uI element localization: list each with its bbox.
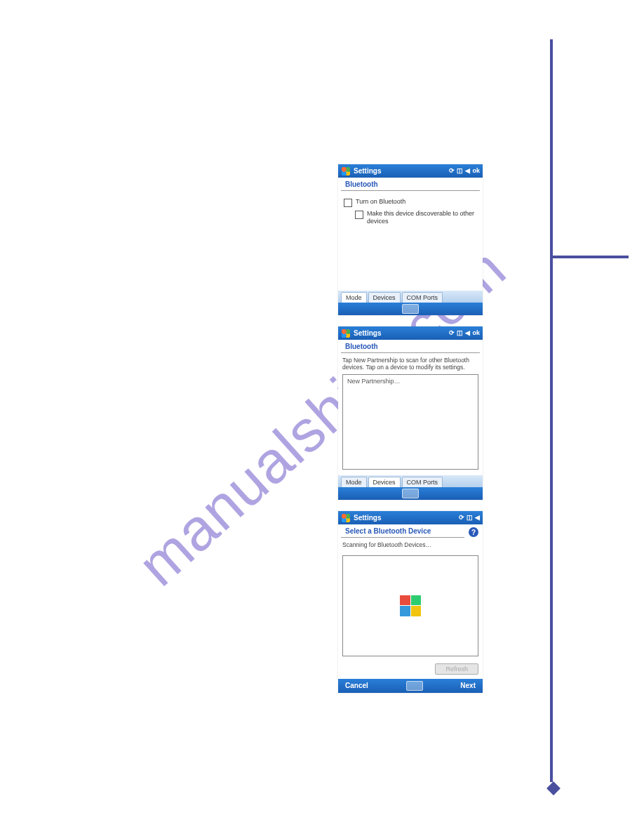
start-flag-icon: [341, 329, 351, 338]
volume-icon: ◀: [465, 168, 470, 174]
devices-listbox[interactable]: New Partnership…: [342, 374, 478, 470]
tab-row: Mode Devices COM Ports: [338, 291, 483, 303]
tab-mode[interactable]: Mode: [341, 477, 367, 487]
button-row: Refresh: [338, 661, 483, 679]
status-icons: ⟳ ◫ ◀ ok: [449, 168, 480, 174]
checkbox-icon[interactable]: [355, 211, 363, 219]
scanning-text: Scanning for Bluetooth Devices…: [338, 538, 483, 550]
keyboard-icon[interactable]: [402, 489, 419, 498]
status-icons: ⟳ ◫ ◀: [459, 515, 480, 521]
turn-on-bluetooth-row[interactable]: Turn on Bluetooth: [344, 198, 477, 207]
select-device-heading: Select a Bluetooth Device: [341, 524, 464, 538]
cancel-button[interactable]: Cancel: [345, 682, 368, 689]
volume-icon: ◀: [465, 330, 470, 336]
scan-results-box: [342, 555, 478, 656]
ok-button[interactable]: ok: [472, 330, 480, 336]
bottom-bar: [338, 487, 483, 500]
devices-instruction: Tap New Partnership to scan for other Bl…: [338, 353, 483, 373]
page-border-vertical-bottom: [550, 256, 553, 782]
page-footer-diamond: [546, 781, 561, 795]
titlebar-title: Settings: [354, 329, 449, 337]
select-device-screenshot: Settings ⟳ ◫ ◀ Select a Bluetooth Device…: [338, 511, 483, 692]
refresh-button: Refresh: [435, 663, 478, 675]
connectivity-icon: ◫: [457, 168, 463, 174]
turn-on-bluetooth-label: Turn on Bluetooth: [356, 198, 405, 206]
keyboard-icon[interactable]: [406, 681, 423, 691]
discoverable-label: Make this device discoverable to other d…: [367, 210, 477, 226]
next-button[interactable]: Next: [460, 682, 476, 689]
discoverable-row[interactable]: Make this device discoverable to other d…: [344, 210, 477, 226]
help-icon[interactable]: ?: [469, 527, 478, 537]
windows-logo-icon: [400, 595, 421, 616]
titlebar-title: Settings: [354, 167, 449, 175]
tab-com-ports[interactable]: COM Ports: [402, 292, 443, 303]
bluetooth-devices-screenshot: Settings ⟳ ◫ ◀ ok Bluetooth Tap New Part…: [338, 326, 483, 500]
status-icons: ⟳ ◫ ◀ ok: [449, 330, 480, 336]
tab-mode[interactable]: Mode: [341, 292, 367, 303]
titlebar: Settings ⟳ ◫ ◀ ok: [338, 326, 483, 340]
bluetooth-heading: Bluetooth: [341, 178, 480, 191]
new-partnership-item[interactable]: New Partnership…: [347, 378, 401, 385]
bluetooth-heading: Bluetooth: [341, 340, 480, 353]
connectivity-icon: ◫: [467, 515, 473, 521]
tab-com-ports[interactable]: COM Ports: [402, 477, 443, 487]
titlebar: Settings ⟳ ◫ ◀ ok: [338, 164, 483, 178]
connectivity-icon: ◫: [457, 330, 463, 336]
start-flag-icon: [341, 166, 351, 176]
titlebar: Settings ⟳ ◫ ◀: [338, 511, 483, 524]
ok-button[interactable]: ok: [472, 168, 480, 174]
page-border-horizontal: [551, 256, 629, 258]
bottom-bar: [338, 303, 483, 315]
start-flag-icon: [341, 513, 351, 523]
checkbox-icon[interactable]: [344, 199, 352, 207]
tab-devices[interactable]: Devices: [368, 477, 401, 487]
command-bar: Cancel Next: [338, 679, 483, 693]
keyboard-icon[interactable]: [402, 304, 419, 314]
sync-icon: ⟳: [449, 168, 455, 174]
sync-icon: ⟳: [459, 515, 464, 521]
tab-devices[interactable]: Devices: [368, 292, 401, 303]
sync-icon: ⟳: [449, 330, 455, 336]
page-border-vertical-top: [550, 39, 553, 258]
volume-icon: ◀: [475, 515, 480, 521]
tab-row: Mode Devices COM Ports: [338, 475, 483, 487]
bluetooth-mode-screenshot: Settings ⟳ ◫ ◀ ok Bluetooth Turn on Blue…: [338, 164, 483, 315]
titlebar-title: Settings: [354, 514, 459, 522]
